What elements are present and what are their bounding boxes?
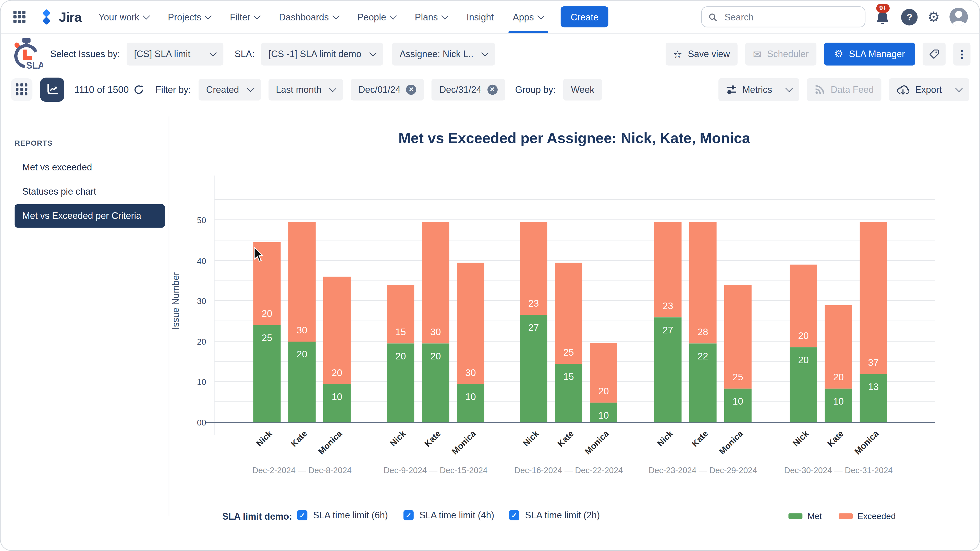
chart-title: Met vs Exceeded per Assignee: Nick, Kate…: [214, 130, 935, 147]
gridline: [215, 240, 935, 240]
sidebar-item-met-vs-exceeded[interactable]: Met vs exceeded: [22, 162, 92, 172]
save-view-button[interactable]: ☆ Save view: [665, 43, 738, 65]
y-tick-label: 30: [178, 297, 206, 306]
bar-kate-group1[interactable]: 3020: [288, 222, 316, 422]
sla-limit-checkbox-6h[interactable]: ✓ SLA time limit (6h): [297, 510, 388, 520]
checkbox-checked-icon: ✓: [404, 510, 414, 520]
app-switcher-icon[interactable]: [13, 11, 25, 23]
bar-nick-group2[interactable]: 1520: [387, 285, 414, 422]
segment-exceeded: [457, 262, 484, 384]
sla-limit-checkbox-2h[interactable]: ✓ SLA time limit (2h): [509, 510, 600, 520]
date-from-chip[interactable]: Dec/01/24✕: [351, 79, 424, 100]
chevron-down-icon: [369, 49, 376, 56]
bar-nick-group4[interactable]: 2327: [654, 222, 681, 422]
group-by-chip[interactable]: Week: [563, 79, 602, 100]
date-to-chip[interactable]: Dec/31/24✕: [432, 79, 505, 100]
bar-nick-group1[interactable]: 2025: [253, 242, 280, 422]
jira-mark-icon: [38, 9, 54, 25]
chevron-down-icon: [209, 49, 216, 56]
chart-footer: SLA limit demo: ✓ SLA time limit (6h) ✓ …: [0, 510, 979, 526]
bar-nick-group5[interactable]: 2020: [790, 265, 817, 422]
chevron-down-icon: [143, 12, 150, 19]
refresh-icon[interactable]: [134, 84, 144, 94]
sla-dropdown[interactable]: [CS -1] SLA limit demo: [261, 43, 383, 65]
gridline: [215, 219, 935, 220]
data-feed-button[interactable]: Data Feed: [807, 78, 881, 101]
y-axis-line: [214, 176, 215, 435]
search-box[interactable]: [701, 6, 865, 27]
bar-kate-group3[interactable]: 2515: [555, 262, 582, 422]
notifications-button[interactable]: 9+: [875, 7, 892, 27]
nav-item-dashboards[interactable]: Dashboards: [278, 11, 339, 23]
help-button[interactable]: ?: [901, 9, 918, 25]
nav-item-filter[interactable]: Filter: [229, 11, 261, 23]
bar-monica-group3[interactable]: 2010: [590, 343, 617, 422]
met-value-label: 10: [457, 391, 484, 402]
exceeded-value-label: 20: [825, 372, 852, 383]
settings-gear-icon[interactable]: ⚙: [928, 10, 940, 24]
bar-kate-group2[interactable]: 3020: [422, 222, 449, 422]
chevron-down-icon: [332, 12, 339, 19]
issues-filter-dropdown[interactable]: [CS] SLA limit: [126, 43, 223, 65]
met-value-label: 25: [253, 332, 280, 343]
sla-toolbar: SLA Select Issues by: [CS] SLA limit SLA…: [0, 34, 979, 75]
filter-range-dropdown[interactable]: Last month: [268, 79, 343, 100]
scheduler-button[interactable]: ✉ Scheduler: [745, 43, 816, 65]
y-tick-label: 00: [178, 418, 206, 427]
chart-legend: Met Exceeded: [788, 511, 896, 521]
tag-button[interactable]: [923, 43, 946, 65]
bar-monica-group1[interactable]: 2010: [323, 277, 351, 422]
search-input[interactable]: [723, 11, 859, 23]
segment-exceeded: [860, 222, 887, 374]
bar-monica-group2[interactable]: 3010: [457, 262, 484, 422]
more-actions-button[interactable]: ⋮: [953, 43, 970, 65]
chart-view-toggle[interactable]: [40, 77, 64, 102]
nav-item-plans[interactable]: Plans: [414, 11, 448, 23]
nav-item-projects[interactable]: Projects: [167, 11, 211, 23]
export-dropdown[interactable]: Export: [889, 78, 969, 101]
checkbox-label: SLA time limit (4h): [419, 510, 494, 520]
bar-nick-group3[interactable]: 2327: [520, 222, 547, 422]
met-value-label: 10: [825, 396, 852, 407]
bar-kate-group4[interactable]: 2822: [689, 222, 716, 422]
exceeded-value-label: 23: [520, 298, 547, 309]
legend-item-met[interactable]: Met: [788, 511, 822, 521]
exceeded-value-label: 25: [724, 372, 752, 383]
close-icon[interactable]: ✕: [487, 84, 497, 94]
exceeded-value-label: 30: [288, 324, 316, 335]
select-issues-label: Select Issues by:: [50, 49, 120, 59]
nav-item-apps[interactable]: Apps: [512, 11, 544, 23]
sidebar-item-met-vs-exceeded-per-criteria[interactable]: Met vs Exceeded per Criteria: [14, 204, 165, 227]
nav-item-people[interactable]: People: [357, 11, 396, 23]
chevron-down-icon: [247, 84, 254, 92]
met-value-label: 20: [387, 351, 414, 361]
segment-exceeded: [689, 222, 716, 344]
exceeded-swatch-icon: [838, 513, 853, 519]
sla-limit-checkbox-4h[interactable]: ✓ SLA time limit (4h): [404, 510, 494, 520]
exceeded-value-label: 37: [860, 357, 887, 367]
y-tick-label: 50: [178, 216, 206, 225]
close-icon[interactable]: ✕: [406, 84, 417, 94]
table-view-toggle[interactable]: [11, 78, 32, 101]
legend-item-exceeded[interactable]: Exceeded: [838, 511, 896, 521]
metrics-dropdown[interactable]: Metrics: [718, 78, 800, 101]
nav-item-your-work[interactable]: Your work: [98, 11, 150, 23]
bar-monica-group5[interactable]: 3713: [860, 222, 887, 422]
nav-item-insight[interactable]: Insight: [466, 11, 494, 23]
met-value-label: 27: [654, 324, 681, 335]
avatar[interactable]: [950, 8, 968, 26]
bar-kate-group5[interactable]: 2010: [825, 305, 852, 422]
jira-logo[interactable]: Jira: [38, 9, 81, 25]
met-value-label: 10: [590, 410, 617, 421]
assignee-dropdown[interactable]: Assignee: Nick L..: [392, 43, 495, 65]
bar-monica-group4[interactable]: 2510: [724, 285, 752, 422]
sla-manager-button[interactable]: ⚙ SLA Manager: [824, 43, 915, 65]
exceeded-value-label: 30: [422, 326, 449, 337]
create-button[interactable]: Create: [560, 6, 608, 27]
checkbox-checked-icon: ✓: [297, 510, 307, 520]
exceeded-value-label: 20: [323, 367, 351, 378]
sidebar-item-statuses-pie-chart[interactable]: Statuses pie chart: [22, 186, 96, 197]
filter-field-dropdown[interactable]: Created: [199, 79, 261, 100]
gridline: [215, 260, 935, 260]
y-tick-label: 20: [178, 337, 206, 346]
